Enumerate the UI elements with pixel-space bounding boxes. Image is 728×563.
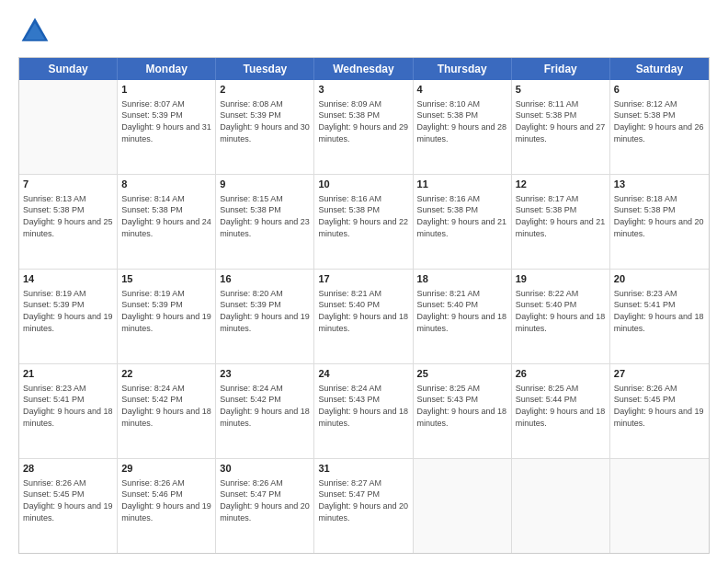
- cell-info: Sunrise: 8:26 AMSunset: 5:45 PMDaylight:…: [23, 477, 113, 523]
- day-number: 9: [220, 178, 310, 191]
- calendar-cell: 24Sunrise: 8:24 AMSunset: 5:43 PMDayligh…: [314, 364, 413, 458]
- calendar-cell: 4Sunrise: 8:10 AMSunset: 5:38 PMDaylight…: [414, 80, 512, 174]
- calendar-cell: 29Sunrise: 8:26 AMSunset: 5:46 PMDayligh…: [118, 459, 216, 553]
- day-number: 19: [516, 272, 606, 286]
- day-number: 1: [121, 83, 211, 97]
- calendar-cell: 31Sunrise: 8:27 AMSunset: 5:47 PMDayligh…: [314, 459, 413, 553]
- calendar-body: 1Sunrise: 8:07 AMSunset: 5:39 PMDaylight…: [19, 80, 709, 553]
- cell-info: Sunrise: 8:26 AMSunset: 5:45 PMDaylight:…: [614, 383, 705, 429]
- day-number: 24: [318, 367, 408, 381]
- day-number: 16: [220, 272, 310, 286]
- weekday-header: Friday: [512, 58, 610, 80]
- cell-info: Sunrise: 8:15 AMSunset: 5:38 PMDaylight:…: [220, 193, 310, 239]
- day-number: 30: [220, 462, 310, 476]
- calendar-row: 14Sunrise: 8:19 AMSunset: 5:39 PMDayligh…: [19, 270, 709, 364]
- calendar-cell: 1Sunrise: 8:07 AMSunset: 5:39 PMDaylight…: [118, 80, 216, 174]
- calendar-row: 21Sunrise: 8:23 AMSunset: 5:41 PMDayligh…: [19, 364, 709, 459]
- cell-info: Sunrise: 8:27 AMSunset: 5:47 PMDaylight:…: [318, 477, 408, 523]
- cell-info: Sunrise: 8:19 AMSunset: 5:39 PMDaylight:…: [23, 288, 113, 334]
- cell-info: Sunrise: 8:23 AMSunset: 5:41 PMDaylight:…: [23, 383, 113, 429]
- calendar-cell: 25Sunrise: 8:25 AMSunset: 5:43 PMDayligh…: [414, 364, 512, 458]
- cell-info: Sunrise: 8:16 AMSunset: 5:38 PMDaylight:…: [417, 193, 507, 239]
- cell-info: Sunrise: 8:12 AMSunset: 5:38 PMDaylight:…: [614, 98, 705, 144]
- day-number: 5: [516, 83, 606, 97]
- cell-info: Sunrise: 8:25 AMSunset: 5:43 PMDaylight:…: [417, 383, 507, 429]
- cell-info: Sunrise: 8:16 AMSunset: 5:38 PMDaylight:…: [318, 193, 408, 239]
- calendar-header: SundayMondayTuesdayWednesdayThursdayFrid…: [19, 58, 709, 80]
- cell-info: Sunrise: 8:14 AMSunset: 5:38 PMDaylight:…: [121, 193, 211, 239]
- cell-info: Sunrise: 8:08 AMSunset: 5:39 PMDaylight:…: [220, 98, 310, 144]
- calendar-cell: 10Sunrise: 8:16 AMSunset: 5:38 PMDayligh…: [314, 175, 413, 269]
- calendar-row: 7Sunrise: 8:13 AMSunset: 5:38 PMDaylight…: [19, 175, 709, 270]
- cell-info: Sunrise: 8:25 AMSunset: 5:44 PMDaylight:…: [516, 383, 606, 429]
- calendar-cell: [512, 459, 610, 553]
- day-number: 4: [417, 83, 507, 97]
- cell-info: Sunrise: 8:21 AMSunset: 5:40 PMDaylight:…: [417, 288, 507, 334]
- cell-info: Sunrise: 8:22 AMSunset: 5:40 PMDaylight:…: [516, 288, 606, 334]
- day-number: 18: [417, 272, 507, 286]
- cell-info: Sunrise: 8:24 AMSunset: 5:43 PMDaylight:…: [318, 383, 408, 429]
- calendar-row: 1Sunrise: 8:07 AMSunset: 5:39 PMDaylight…: [19, 80, 709, 175]
- calendar: SundayMondayTuesdayWednesdayThursdayFrid…: [18, 57, 710, 554]
- cell-info: Sunrise: 8:24 AMSunset: 5:42 PMDaylight:…: [121, 383, 211, 429]
- day-number: 25: [417, 367, 507, 381]
- cell-info: Sunrise: 8:24 AMSunset: 5:42 PMDaylight:…: [220, 383, 310, 429]
- calendar-cell: 26Sunrise: 8:25 AMSunset: 5:44 PMDayligh…: [512, 364, 610, 458]
- cell-info: Sunrise: 8:07 AMSunset: 5:39 PMDaylight:…: [121, 98, 211, 144]
- calendar-cell: 8Sunrise: 8:14 AMSunset: 5:38 PMDaylight…: [118, 175, 216, 269]
- weekday-header: Tuesday: [216, 58, 314, 80]
- calendar-cell: 12Sunrise: 8:17 AMSunset: 5:38 PMDayligh…: [512, 175, 610, 269]
- calendar-cell: 3Sunrise: 8:09 AMSunset: 5:38 PMDaylight…: [314, 80, 413, 174]
- day-number: 12: [516, 178, 606, 191]
- logo: [18, 15, 55, 48]
- day-number: 11: [417, 178, 507, 191]
- weekday-header: Saturday: [610, 58, 709, 80]
- header: [18, 15, 710, 48]
- calendar-cell: [610, 459, 709, 553]
- cell-info: Sunrise: 8:13 AMSunset: 5:38 PMDaylight:…: [23, 193, 113, 239]
- cell-info: Sunrise: 8:17 AMSunset: 5:38 PMDaylight:…: [516, 193, 606, 239]
- cell-info: Sunrise: 8:10 AMSunset: 5:38 PMDaylight:…: [417, 98, 507, 144]
- calendar-cell: 7Sunrise: 8:13 AMSunset: 5:38 PMDaylight…: [19, 175, 118, 269]
- cell-info: Sunrise: 8:18 AMSunset: 5:38 PMDaylight:…: [614, 193, 705, 239]
- calendar-cell: [414, 459, 512, 553]
- day-number: 15: [121, 272, 211, 286]
- calendar-cell: 28Sunrise: 8:26 AMSunset: 5:45 PMDayligh…: [19, 459, 118, 553]
- weekday-header: Thursday: [414, 58, 512, 80]
- calendar-cell: 16Sunrise: 8:20 AMSunset: 5:39 PMDayligh…: [216, 270, 314, 363]
- day-number: 28: [23, 462, 113, 476]
- cell-info: Sunrise: 8:20 AMSunset: 5:39 PMDaylight:…: [220, 288, 310, 334]
- cell-info: Sunrise: 8:26 AMSunset: 5:46 PMDaylight:…: [121, 477, 211, 523]
- cell-info: Sunrise: 8:21 AMSunset: 5:40 PMDaylight:…: [318, 288, 408, 334]
- day-number: 27: [614, 367, 705, 381]
- calendar-cell: 11Sunrise: 8:16 AMSunset: 5:38 PMDayligh…: [414, 175, 512, 269]
- cell-info: Sunrise: 8:26 AMSunset: 5:47 PMDaylight:…: [220, 477, 310, 523]
- calendar-cell: 13Sunrise: 8:18 AMSunset: 5:38 PMDayligh…: [610, 175, 709, 269]
- calendar-cell: 30Sunrise: 8:26 AMSunset: 5:47 PMDayligh…: [216, 459, 314, 553]
- day-number: 23: [220, 367, 310, 381]
- calendar-row: 28Sunrise: 8:26 AMSunset: 5:45 PMDayligh…: [19, 459, 709, 553]
- calendar-cell: 18Sunrise: 8:21 AMSunset: 5:40 PMDayligh…: [414, 270, 512, 363]
- day-number: 2: [220, 83, 310, 97]
- day-number: 29: [121, 462, 211, 476]
- calendar-cell: 14Sunrise: 8:19 AMSunset: 5:39 PMDayligh…: [19, 270, 118, 363]
- day-number: 21: [23, 367, 113, 381]
- day-number: 13: [614, 178, 705, 191]
- day-number: 10: [318, 178, 408, 191]
- calendar-cell: 20Sunrise: 8:23 AMSunset: 5:41 PMDayligh…: [610, 270, 709, 363]
- calendar-cell: 22Sunrise: 8:24 AMSunset: 5:42 PMDayligh…: [118, 364, 216, 458]
- day-number: 20: [614, 272, 705, 286]
- cell-info: Sunrise: 8:19 AMSunset: 5:39 PMDaylight:…: [121, 288, 211, 334]
- day-number: 8: [121, 178, 211, 191]
- cell-info: Sunrise: 8:11 AMSunset: 5:38 PMDaylight:…: [516, 98, 606, 144]
- weekday-header: Sunday: [19, 58, 118, 80]
- calendar-cell: 21Sunrise: 8:23 AMSunset: 5:41 PMDayligh…: [19, 364, 118, 458]
- calendar-cell: [19, 80, 118, 174]
- calendar-cell: 27Sunrise: 8:26 AMSunset: 5:45 PMDayligh…: [610, 364, 709, 458]
- day-number: 22: [121, 367, 211, 381]
- page: SundayMondayTuesdayWednesdayThursdayFrid…: [0, 0, 728, 563]
- calendar-cell: 6Sunrise: 8:12 AMSunset: 5:38 PMDaylight…: [610, 80, 709, 174]
- cell-info: Sunrise: 8:09 AMSunset: 5:38 PMDaylight:…: [318, 98, 408, 144]
- day-number: 31: [318, 462, 408, 476]
- weekday-header: Wednesday: [314, 58, 413, 80]
